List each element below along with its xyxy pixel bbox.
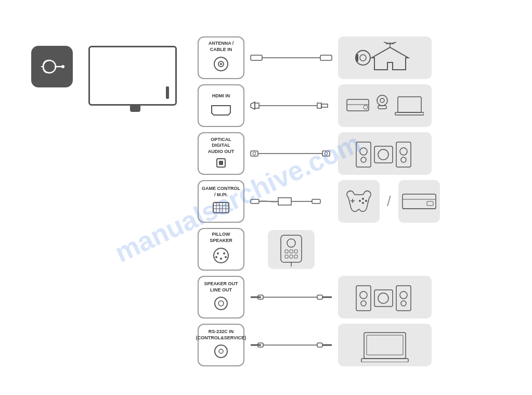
gamepad-device-box (338, 180, 380, 223)
rs232-port-label: RS-232C IN(CONTROL&SERVICE) (198, 324, 244, 366)
svg-rect-104 (367, 335, 403, 355)
svg-point-60 (359, 200, 361, 202)
rs232-port-icon (213, 343, 229, 361)
antenna-port-label: ANTENNA /CABLE IN (198, 36, 244, 79)
svg-rect-76 (285, 255, 288, 258)
optical-cable-area (244, 132, 338, 175)
svg-rect-26 (378, 106, 386, 109)
svg-point-24 (377, 95, 387, 106)
svg-point-67 (223, 252, 225, 254)
svg-point-89 (361, 301, 366, 306)
svg-rect-75 (294, 250, 297, 253)
game-cable-area (244, 180, 338, 223)
hdmi-port-label: HDMI IN (198, 84, 244, 127)
optical-label-text: OPTICALDIGITALAUDIO OUT (208, 137, 235, 155)
pillow-device (268, 230, 315, 269)
hdmi-device-box (338, 84, 432, 127)
svg-rect-20 (317, 103, 321, 108)
aux-cable-area (244, 276, 338, 318)
speaker-out-device-box (338, 276, 432, 318)
svg-point-11 (360, 55, 366, 61)
svg-rect-51 (251, 199, 259, 203)
antenna-port-icon (212, 55, 230, 75)
hdmi-label-text: HDMI IN (212, 93, 230, 99)
hdmi-cable-area (244, 84, 338, 127)
pillow-port-icon (212, 246, 230, 267)
pillow-port-label: PILLOWSPEAKER (198, 228, 244, 271)
bluray-device-box (398, 180, 440, 223)
svg-point-42 (400, 148, 407, 155)
page: manualsarchive.com ANTENNA /CABLE IN (0, 0, 532, 395)
svg-rect-41 (396, 142, 411, 167)
speaker-out-port-icon (213, 296, 229, 313)
svg-rect-12 (356, 54, 358, 61)
svg-point-70 (225, 256, 227, 258)
rs232-row: RS-232C IN(CONTROL&SERVICE) (198, 324, 510, 366)
svg-point-66 (217, 252, 219, 254)
pillow-label-text: PILLOWSPEAKER (210, 232, 232, 244)
svg-rect-28 (395, 112, 424, 115)
svg-point-96 (219, 349, 223, 353)
svg-rect-90 (374, 290, 393, 307)
svg-rect-9 (320, 55, 332, 60)
svg-point-2 (61, 65, 64, 68)
svg-rect-44 (213, 202, 229, 213)
svg-rect-36 (356, 142, 371, 167)
game-port-label: GAME CONTROL/ M.PI. (198, 180, 244, 223)
svg-point-6 (220, 63, 222, 65)
svg-marker-13 (372, 47, 408, 70)
svg-rect-85 (317, 295, 322, 299)
cable-icon (39, 54, 65, 80)
svg-point-35 (325, 152, 328, 155)
coax-cable-area (244, 36, 338, 79)
svg-point-81 (218, 301, 224, 306)
svg-rect-77 (290, 255, 293, 258)
game-port-icon (212, 200, 230, 217)
rs232-label-text: RS-232C IN(CONTROL&SERVICE) (196, 329, 246, 341)
rs232-device-box (338, 324, 432, 366)
game-devices: / (338, 180, 440, 223)
optical-device-box (338, 132, 432, 175)
svg-point-32 (253, 152, 256, 155)
svg-point-37 (360, 148, 367, 155)
svg-point-57 (362, 198, 364, 200)
svg-rect-27 (398, 97, 421, 112)
game-row: GAME CONTROL/ M.PI. (198, 180, 510, 223)
svg-point-65 (214, 248, 228, 263)
optical-row: OPTICALDIGITALAUDIO OUT (198, 132, 510, 175)
game-label-text: GAME CONTROL/ M.PI. (202, 186, 240, 198)
svg-rect-63 (427, 201, 433, 206)
cable-icon-box (31, 46, 73, 87)
svg-rect-92 (396, 286, 411, 311)
svg-rect-30 (219, 161, 223, 165)
svg-point-93 (400, 291, 407, 299)
svg-point-43 (401, 157, 406, 162)
svg-rect-78 (294, 255, 297, 258)
svg-point-25 (380, 98, 384, 103)
svg-point-95 (215, 345, 227, 358)
tv-illustration (88, 46, 182, 113)
svg-point-72 (287, 239, 295, 247)
pillow-cable-area (244, 228, 338, 271)
optical-port-label: OPTICALDIGITALAUDIO OUT (198, 132, 244, 175)
svg-point-91 (378, 293, 388, 303)
antenna-row: ANTENNA /CABLE IN (198, 36, 510, 79)
svg-rect-73 (285, 250, 288, 253)
speaker-out-row: SPEAKER OUTLINE OUT (198, 276, 510, 318)
svg-rect-54 (312, 199, 320, 203)
hdmi-row: HDMI IN (198, 84, 510, 127)
speaker-out-label-text: SPEAKER OUTLINE OUT (204, 281, 238, 293)
svg-point-59 (362, 202, 364, 204)
ports-container: ANTENNA /CABLE IN (198, 36, 510, 372)
pillow-row: PILLOWSPEAKER (198, 228, 510, 271)
svg-point-58 (365, 200, 367, 202)
svg-point-68 (215, 256, 217, 258)
antenna-label-text: ANTENNA /CABLE IN (209, 41, 234, 53)
svg-point-69 (220, 258, 222, 260)
svg-rect-74 (290, 250, 293, 253)
svg-rect-103 (361, 359, 408, 362)
svg-rect-100 (317, 343, 322, 347)
svg-rect-18 (255, 103, 259, 108)
slash-divider: / (387, 193, 391, 210)
svg-rect-39 (374, 146, 393, 163)
